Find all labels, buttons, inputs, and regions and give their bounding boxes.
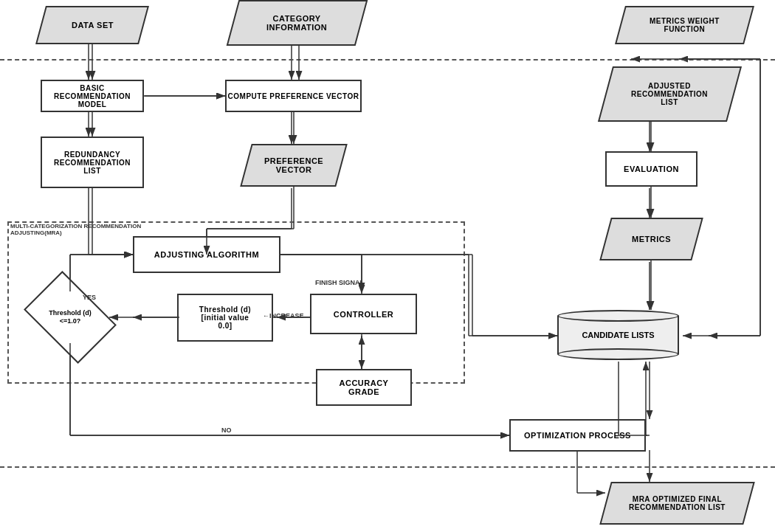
flowchart-diagram: DATA SET CATEGORY INFORMATION METRICS WE… [0,0,775,532]
basic-rec-model-node: BASIC RECOMMENDATION MODEL [41,80,144,112]
yes-label: YES [83,294,96,301]
adjusted-rec-node: ADJUSTED RECOMMENDATION LIST [598,66,742,122]
optimization-node: OPTIMIZATION PROCESS [509,419,646,452]
mra-label: MULTI-CATEGORIZATION RECOMMENDATIONADJUS… [10,223,141,236]
adjusting-algo-node: ADJUSTING ALGORITHM [133,236,280,273]
no-label: NO [221,426,232,434]
metrics-node: METRICS [599,218,703,260]
preference-vector-node: PREFERENCE VECTOR [240,144,348,187]
accuracy-grade-node: ACCURACY GRADE [316,369,412,406]
finish-signal-label: FINISH SIGNAL [315,279,364,286]
threshold-node: Threshold (d) [initial value 0.0] [177,294,273,342]
candidate-lists-node: CANDIDATE LISTS [557,310,679,360]
dashed-line-top [0,59,775,61]
mra-final-node: MRA OPTIMIZED FINAL RECOMMENDATION LIST [599,482,755,525]
evaluation-node: EVALUATION [605,151,698,187]
dataset-node: DATA SET [35,6,149,44]
controller-node: CONTROLLER [310,294,417,334]
redundancy-rec-node: REDUNDANCY RECOMMENDATION LIST [41,137,144,188]
compute-pref-node: COMPUTE PREFERENCE VECTOR [225,80,362,112]
metrics-weight-node: METRICS WEIGHT FUNCTION [615,6,754,44]
dashed-line-bottom [0,466,775,468]
category-info-node: CATEGORY INFORMATION [227,0,368,46]
increase-label: ←INCREASE [263,312,304,319]
